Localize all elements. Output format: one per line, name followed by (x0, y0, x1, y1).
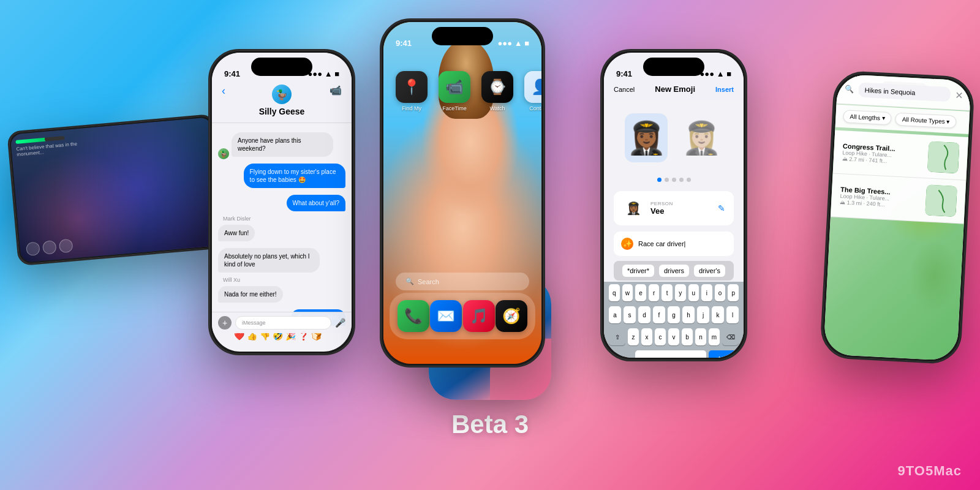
gaming-btn-1[interactable] (26, 241, 40, 256)
maps-filter-lengths[interactable]: All Lengths ▾ (843, 110, 892, 125)
emoji-cancel-button[interactable]: Cancel (614, 86, 635, 93)
dock-mail-icon: ✉️ (430, 300, 462, 332)
key-backspace[interactable]: ⌫ (722, 328, 739, 345)
emoji-dot-3[interactable] (672, 178, 676, 182)
maps-filter-route-types[interactable]: All Route Types ▾ (895, 113, 957, 129)
key-g[interactable]: g (668, 306, 680, 323)
key-y[interactable]: y (675, 284, 686, 301)
dock-phone[interactable]: 📞 (398, 300, 429, 332)
dock-music[interactable]: 🎵 (463, 300, 495, 332)
maps-screen: 🔍 Hikes in Sequoia ✕ All Lengths ▾ All R… (823, 74, 971, 361)
emoji-input-area: ✨ Race car driver| (614, 232, 734, 256)
dock-mail[interactable]: ✉️ (430, 300, 462, 332)
keyboard-row-1: q w e r t y u i o p (604, 282, 744, 304)
app-facetime[interactable]: 📹 FaceTime (439, 71, 470, 111)
msg-bubble-incoming-4: Nada for me either! (218, 286, 283, 303)
svg-rect-0 (927, 141, 960, 174)
app-watch[interactable]: ⌚ Watch (481, 71, 513, 111)
messages-add-button[interactable]: + (218, 316, 232, 330)
video-call-button[interactable]: 📹 (330, 85, 342, 96)
key-k[interactable]: k (712, 306, 724, 323)
home-dock: 📞 ✉️ 🎵 🧭 (390, 293, 535, 339)
message-row-1: 🦆 Anyone have plans this weekend? (218, 130, 345, 159)
maps-search-input[interactable]: Hikes in Sequoia (858, 82, 951, 102)
key-h[interactable]: h (682, 306, 695, 323)
emoji-input-text[interactable]: Race car driver| (638, 240, 685, 247)
key-j[interactable]: j (697, 306, 709, 323)
maps-result-2-thumbnail (925, 184, 957, 217)
maps-close-button[interactable]: ✕ (955, 89, 963, 101)
app-findmy-icon: 📍 (396, 71, 428, 103)
autocomplete-3[interactable]: driver's (694, 265, 725, 277)
msg-sender-will: Will Xu (223, 277, 345, 283)
group-avatar: 🦆 (272, 85, 292, 104)
key-x[interactable]: x (641, 328, 652, 345)
key-e[interactable]: e (635, 284, 646, 301)
emoji-dot-1[interactable] (657, 178, 662, 182)
key-shift[interactable]: ⇧ (609, 328, 625, 345)
emoji-dot-4[interactable] (679, 178, 684, 182)
autocomplete-2[interactable]: drivers (659, 265, 689, 277)
emoji-signal: ●●● ▲ ■ (700, 69, 732, 78)
emoji-dot-5[interactable] (687, 178, 691, 182)
emoji-edit-icon[interactable]: ✎ (718, 203, 725, 213)
key-c[interactable]: c (655, 328, 666, 345)
maps-phone: 🔍 Hikes in Sequoia ✕ All Lengths ▾ All R… (820, 70, 975, 364)
chevron-down-icon-2: ▾ (946, 118, 950, 125)
key-w[interactable]: w (622, 284, 633, 301)
key-l[interactable]: l (726, 306, 739, 323)
key-space[interactable]: space (635, 350, 707, 358)
emoji-ai-icon: ✨ (621, 238, 633, 250)
home-search-bar[interactable]: 🔍 Search (396, 273, 529, 290)
emoji-person-info: 👩🏾‍✈️ PERSON Vee ✎ (614, 191, 734, 225)
ios-beta-label: Beta 3 (451, 410, 529, 439)
key-v[interactable]: v (668, 328, 679, 345)
key-s[interactable]: s (624, 306, 636, 323)
watermark: 9TO5Mac (898, 463, 962, 479)
svg-rect-1 (925, 184, 957, 217)
maps-result-2[interactable]: The Big Trees... Loop Hike · Tulare... ⛰… (831, 173, 966, 224)
emoji-figure-2[interactable]: 👩🏼‍✈️ (680, 113, 723, 162)
app-findmy[interactable]: 📍 Find My (396, 71, 428, 111)
gaming-btn-2[interactable] (42, 240, 57, 255)
chevron-down-icon: ▾ (882, 115, 886, 121)
key-t[interactable]: t (662, 284, 673, 301)
maps-result-1[interactable]: Congress Trail... Loop Hike · Tulare... … (833, 130, 968, 180)
emoji-insert-button[interactable]: Insert (715, 86, 734, 93)
emoji-dot-2[interactable] (665, 178, 669, 182)
back-button[interactable]: ‹ (222, 85, 225, 97)
key-r[interactable]: r (649, 284, 660, 301)
key-n[interactable]: n (695, 328, 706, 345)
key-d[interactable]: d (638, 306, 650, 323)
app-facetime-icon: 📹 (439, 71, 470, 103)
messages-body: 🦆 Anyone have plans this weekend? Flying… (212, 123, 352, 342)
key-p[interactable]: p (728, 284, 739, 301)
messages-mic-icon[interactable]: 🎤 (335, 318, 345, 328)
key-u[interactable]: u (688, 284, 699, 301)
message-row-3: Absolutely no plans yet, which I kind of… (218, 246, 345, 275)
home-status-bar: 9:41 ●●● ▲ ■ (383, 22, 541, 53)
emoji-screen: 9:41 ●●● ▲ ■ Cancel New Emoji Insert 👩🏾‍… (604, 53, 744, 358)
dock-compass[interactable]: 🧭 (496, 300, 527, 332)
message-row-2: Mark Disler Aww fun! (218, 216, 345, 244)
trail-line-2 (925, 184, 957, 217)
message-row-4: Will Xu Nada for me either! (218, 277, 345, 305)
key-a[interactable]: a (609, 306, 621, 323)
keyboard-row-4: 123 space done (604, 348, 744, 358)
key-q[interactable]: q (609, 284, 620, 301)
messages-input-field[interactable]: iMessage (235, 316, 331, 330)
key-f[interactable]: f (653, 306, 665, 323)
autocomplete-1[interactable]: *driver* (622, 265, 654, 277)
key-b[interactable]: b (682, 328, 693, 345)
key-z[interactable]: z (628, 328, 639, 345)
messages-input-bar: + iMessage 🎤 (212, 312, 352, 333)
emoji-figure-1[interactable]: 👩🏾‍✈️ (625, 113, 668, 162)
key-o[interactable]: o (715, 284, 726, 301)
maps-filter-lengths-label: All Lengths (850, 113, 880, 122)
dock-music-icon: 🎵 (463, 300, 495, 332)
key-m[interactable]: m (709, 328, 720, 345)
key-i[interactable]: i (701, 284, 712, 301)
gaming-btn-3[interactable] (59, 239, 74, 254)
messages-signal: ●●● ▲ ■ (308, 69, 340, 78)
app-contacts[interactable]: 👤 Contacts (524, 71, 541, 111)
